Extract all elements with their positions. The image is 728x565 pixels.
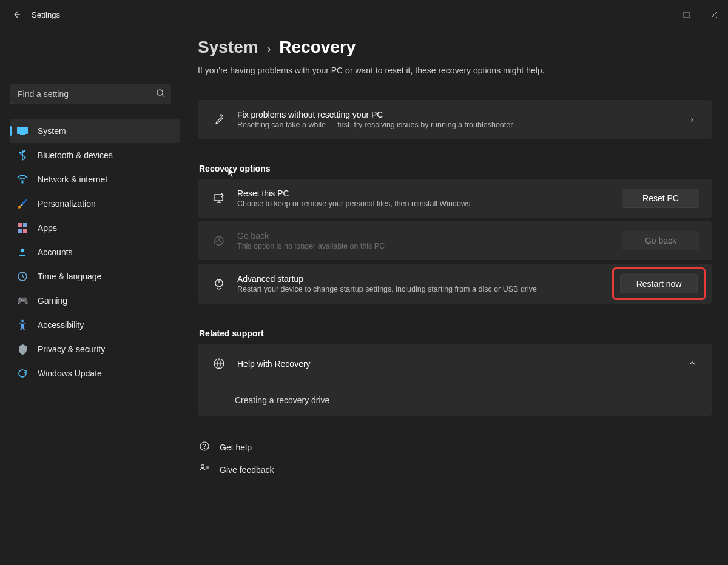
close-button[interactable] [700,5,728,24]
section-header-related-support: Related support [199,329,712,338]
svg-rect-16 [214,195,223,201]
sidebar-item-label: Personalization [38,199,96,209]
shield-icon [16,343,29,356]
main-content: System › Recovery If you're having probl… [188,29,728,565]
svg-rect-6 [17,127,28,134]
reset-pc-button[interactable]: Reset PC [622,189,699,208]
recovery-drive-link[interactable]: Creating a recovery drive [235,395,329,405]
go-back-card: Go back This option is no longer availab… [198,221,712,261]
card-desc: This option is no longer available on th… [237,242,622,250]
breadcrumb-parent[interactable]: System [198,38,258,57]
window-controls [644,5,728,24]
card-desc: Restart your device to change startup se… [237,285,618,293]
system-icon [16,124,29,138]
gamepad-icon: 🎮 [16,294,29,307]
chevron-right-icon: › [685,115,699,124]
sidebar-item-network[interactable]: Network & internet [10,167,180,192]
sidebar-item-label: Accessibility [38,320,84,330]
sidebar-item-accounts[interactable]: Accounts [10,240,180,264]
sidebar-item-label: Time & language [38,272,101,281]
bluetooth-icon [16,149,29,162]
person-icon [16,246,29,259]
sidebar-item-system[interactable]: System [10,119,180,143]
power-arrow-icon [211,278,228,290]
restart-now-button[interactable]: Restart now [620,274,698,293]
card-title: Reset this PC [237,189,622,198]
sidebar-item-time-language[interactable]: Time & language [10,264,180,289]
section-header-recovery-options: Recovery options [199,164,712,173]
sidebar-item-apps[interactable]: Apps [10,216,180,240]
page-title: Recovery [279,38,356,57]
arrow-left-icon [12,10,22,19]
sidebar-item-label: Windows Update [38,369,102,378]
app-title: Settings [32,10,60,19]
clock-icon [16,270,29,283]
maximize-button[interactable] [672,5,700,24]
svg-rect-7 [20,134,25,135]
expander-title: Help with Recovery [237,359,685,369]
help-icon [199,441,210,453]
wrench-icon [211,113,228,125]
sidebar-item-label: Accounts [38,247,73,257]
chevron-right-icon: › [267,42,271,56]
card-title: Fix problems without resetting your PC [237,110,685,119]
svg-rect-12 [23,229,27,233]
sidebar-item-accessibility[interactable]: Accessibility [10,313,180,337]
back-button[interactable] [8,6,25,23]
titlebar: Settings [0,0,728,29]
sidebar-item-label: Gaming [38,296,67,306]
card-title: Advanced startup [237,274,618,284]
svg-rect-9 [18,223,22,227]
get-help-link[interactable]: Get help [198,436,712,458]
chevron-up-icon [685,359,699,369]
highlight-annotation: Restart now [612,267,706,300]
svg-point-13 [21,249,24,252]
card-title: Go back [237,231,622,241]
svg-point-8 [22,182,23,183]
history-icon [211,235,228,247]
sidebar-item-label: Privacy & security [38,344,105,354]
breadcrumb: System › Recovery [198,38,712,57]
svg-point-15 [21,320,24,323]
sidebar-item-privacy[interactable]: Privacy & security [10,337,180,361]
advanced-startup-card: Advanced startup Restart your device to … [198,263,712,304]
apps-icon [16,221,29,235]
sidebar-item-label: System [38,126,66,136]
sidebar-item-personalization[interactable]: 🖌️ Personalization [10,192,180,216]
update-icon [16,367,29,380]
go-back-button: Go back [622,231,699,250]
link-label: Get help [220,443,252,452]
close-icon [711,12,718,18]
give-feedback-link[interactable]: Give feedback [198,458,712,481]
sidebar-item-bluetooth[interactable]: Bluetooth & devices [10,143,180,167]
minimize-button[interactable] [644,5,672,24]
link-label: Give feedback [220,465,274,475]
svg-rect-11 [18,229,22,233]
svg-point-21 [201,465,204,468]
globe-icon [211,358,228,370]
feedback-icon [199,463,210,476]
minimize-icon [655,12,662,18]
svg-point-20 [204,448,204,449]
search-input[interactable] [10,84,171,104]
expander-header[interactable]: Help with Recovery [198,344,712,384]
sidebar-item-label: Bluetooth & devices [38,150,113,160]
sidebar-item-gaming[interactable]: 🎮 Gaming [10,289,180,313]
sidebar-item-label: Apps [38,223,57,233]
help-recovery-expander: Help with Recovery Creating a recovery d… [198,343,712,416]
reset-icon [211,192,228,204]
accessibility-icon [16,318,29,332]
brush-icon: 🖌️ [16,197,29,210]
page-subtitle: If you're having problems with your PC o… [198,65,712,75]
svg-rect-10 [23,223,27,227]
sidebar-item-label: Network & internet [38,175,107,184]
fix-problems-card[interactable]: Fix problems without resetting your PC R… [198,99,712,139]
sidebar: System Bluetooth & devices Network & int… [0,29,188,565]
svg-rect-1 [684,12,689,18]
wifi-icon [16,173,29,186]
sidebar-item-windows-update[interactable]: Windows Update [10,361,180,386]
card-desc: Choose to keep or remove your personal f… [237,199,622,208]
reset-pc-card: Reset this PC Choose to keep or remove y… [198,178,712,218]
maximize-icon [683,12,690,18]
card-desc: Resetting can take a while — first, try … [237,121,685,129]
